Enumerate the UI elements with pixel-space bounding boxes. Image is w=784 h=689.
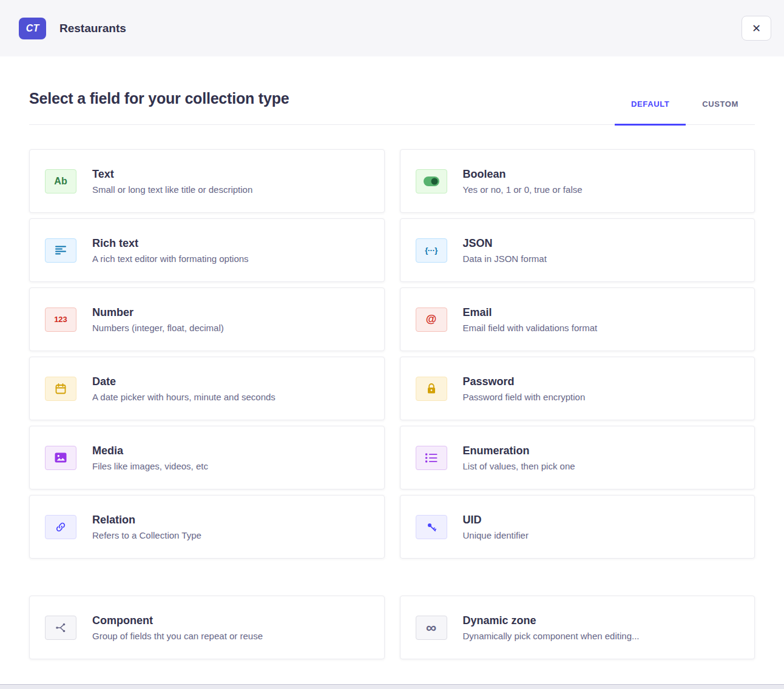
at-sign-glyph: @: [426, 313, 437, 326]
field-description: Small or long text like title or descrip…: [92, 184, 252, 195]
modal-header: CT Restaurants ✕: [0, 0, 784, 56]
media-field-icon: [45, 446, 76, 470]
close-icon: ✕: [752, 22, 761, 35]
richtext-field-icon: [45, 238, 76, 263]
field-description: Refers to a Collection Type: [92, 530, 201, 540]
field-name: Media: [92, 445, 208, 457]
number-glyph: 123: [54, 315, 67, 324]
json-glyph: {···}: [425, 246, 438, 255]
uid-field-icon: [416, 515, 447, 539]
field-name: Date: [92, 375, 275, 388]
lock-icon: [426, 383, 437, 394]
field-card-uid[interactable]: UID Unique identifier: [400, 495, 755, 559]
field-text: Dynamic zone Dynamically pick component …: [463, 614, 640, 641]
field-description: Data in JSON format: [463, 254, 547, 264]
field-card-enumeration[interactable]: Enumeration List of values, then pick on…: [400, 426, 755, 489]
close-button[interactable]: ✕: [742, 16, 771, 41]
tab-default[interactable]: DEFAULT: [615, 99, 686, 124]
infinity-glyph: ∞: [426, 620, 436, 635]
field-name: Number: [92, 306, 224, 319]
field-description: Unique identifier: [463, 530, 529, 540]
field-text: Email Email field with validations forma…: [463, 306, 598, 333]
modal-bottom-edge: [0, 684, 784, 689]
field-text: Relation Refers to a Collection Type: [92, 514, 201, 540]
tab-bar: DEFAULT CUSTOM: [615, 99, 755, 124]
field-card-media[interactable]: Media Files like images, videos, etc: [29, 426, 385, 489]
field-description: Password field with encryption: [463, 392, 586, 402]
field-card-component[interactable]: Component Group of fields tht you can re…: [29, 596, 385, 659]
title-row: Select a field for your collection type …: [29, 90, 755, 125]
extra-field-grid: Component Group of fields tht you can re…: [29, 596, 755, 659]
field-text: Boolean Yes or no, 1 or 0, true or false: [463, 168, 583, 195]
field-text: Text Small or long text like title or de…: [92, 168, 252, 195]
field-description: Group of fields tht you can repeat or re…: [92, 631, 263, 641]
password-field-icon: [416, 377, 447, 401]
date-field-icon: [45, 377, 76, 401]
calendar-icon: [55, 383, 67, 395]
bullet-list-icon: [425, 453, 438, 463]
collection-type-badge: CT: [19, 18, 46, 39]
field-name: Enumeration: [463, 445, 575, 457]
field-description: List of values, then pick one: [463, 461, 575, 471]
field-name: Component: [92, 614, 263, 627]
collection-name-title: Restaurants: [59, 22, 126, 35]
key-icon: [425, 521, 438, 533]
field-card-boolean[interactable]: Boolean Yes or no, 1 or 0, true or false: [400, 149, 755, 213]
field-text: Date A date picker with hours, minute an…: [92, 375, 275, 402]
field-text: JSON Data in JSON format: [463, 237, 547, 264]
field-name: Password: [463, 375, 586, 388]
field-name: Email: [463, 306, 598, 319]
dynamiczone-field-icon: ∞: [416, 616, 447, 640]
json-field-icon: {···}: [416, 238, 447, 263]
enumeration-field-icon: [416, 446, 447, 470]
boolean-field-icon: [416, 169, 447, 193]
modal-body: Select a field for your collection type …: [0, 90, 784, 659]
text-field-icon: Ab: [45, 169, 76, 193]
tab-custom[interactable]: CUSTOM: [686, 99, 755, 124]
field-description: Dynamically pick component when editing.…: [463, 631, 640, 641]
relation-field-icon: [45, 515, 76, 539]
field-text: Component Group of fields tht you can re…: [92, 614, 263, 641]
field-card-text[interactable]: Ab Text Small or long text like title or…: [29, 149, 385, 213]
chain-link-icon: [55, 521, 67, 533]
number-field-icon: 123: [45, 308, 76, 332]
field-card-json[interactable]: {···} JSON Data in JSON format: [400, 218, 755, 282]
field-text: Password Password field with encryption: [463, 375, 586, 402]
field-description: Numbers (integer, float, decimal): [92, 323, 224, 333]
field-grid: Ab Text Small or long text like title or…: [29, 149, 755, 559]
page-title: Select a field for your collection type: [29, 90, 289, 107]
field-name: Dynamic zone: [463, 614, 640, 627]
field-description: A date picker with hours, minute and sec…: [92, 392, 275, 402]
field-description: Yes or no, 1 or 0, true or false: [463, 184, 583, 195]
field-text: Number Numbers (integer, float, decimal): [92, 306, 224, 333]
field-text: Media Files like images, videos, etc: [92, 445, 208, 471]
field-card-email[interactable]: @ Email Email field with validations for…: [400, 287, 755, 351]
field-text: Rich text A rich text editor with format…: [92, 237, 249, 264]
branch-icon: [55, 622, 67, 633]
field-card-password[interactable]: Password Password field with encryption: [400, 357, 755, 420]
field-name: JSON: [463, 237, 547, 250]
field-text: UID Unique identifier: [463, 514, 529, 540]
email-field-icon: @: [416, 308, 447, 332]
field-name: Relation: [92, 514, 201, 526]
field-card-number[interactable]: 123 Number Numbers (integer, float, deci…: [29, 287, 385, 351]
field-description: Email field with validations format: [463, 323, 598, 333]
field-text: Enumeration List of values, then pick on…: [463, 445, 575, 471]
field-card-dynamiczone[interactable]: ∞ Dynamic zone Dynamically pick componen…: [400, 596, 755, 659]
toggle-icon: [424, 176, 439, 186]
field-card-richtext[interactable]: Rich text A rich text editor with format…: [29, 218, 385, 282]
picture-icon: [55, 452, 67, 463]
field-card-relation[interactable]: Relation Refers to a Collection Type: [29, 495, 385, 559]
field-name: Rich text: [92, 237, 249, 250]
field-name: Text: [92, 168, 252, 181]
text-lines-icon: [55, 246, 66, 255]
field-description: A rich text editor with formating option…: [92, 254, 249, 264]
field-name: Boolean: [463, 168, 583, 181]
field-card-date[interactable]: Date A date picker with hours, minute an…: [29, 357, 385, 420]
field-name: UID: [463, 514, 529, 526]
field-description: Files like images, videos, etc: [92, 461, 208, 471]
component-field-icon: [45, 616, 76, 640]
text-glyph: Ab: [54, 176, 67, 187]
